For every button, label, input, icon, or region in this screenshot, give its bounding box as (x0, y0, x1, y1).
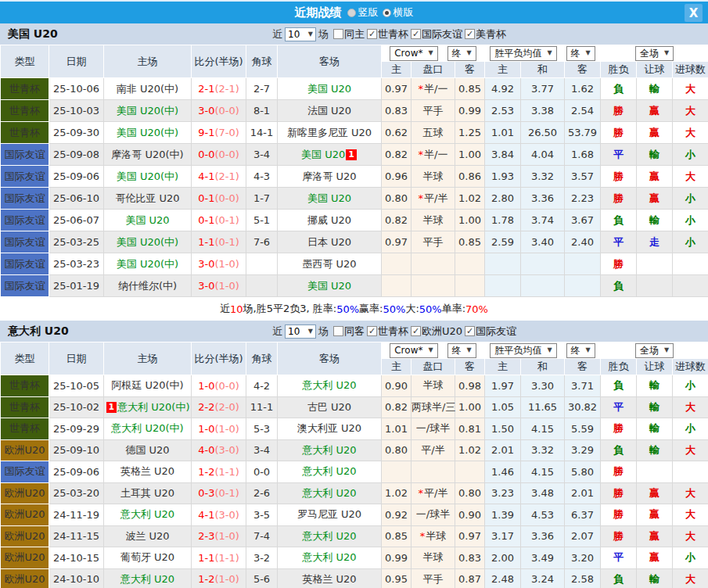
sub-column-header: 客 (455, 62, 485, 78)
corners-cell (246, 275, 278, 297)
halftime-score: (1-1) (214, 466, 239, 478)
handicap-cell: 平手 (412, 568, 455, 588)
match-type-badge: 国际友谊 (1, 144, 49, 166)
result-handicap: 輸 (637, 396, 673, 418)
checkbox-label: 世青杯 (378, 324, 408, 339)
avg-away-odds: 3.29 (565, 439, 601, 461)
result-wdl: 勝 (601, 122, 637, 144)
handicap-value: 平手 (423, 236, 444, 248)
result-wdl: 平 (601, 547, 637, 569)
filter-checkbox[interactable]: ✓世青杯 (367, 324, 408, 339)
fulltime-score: 1-0 (198, 423, 214, 435)
handicap-cell: 半球 (412, 375, 455, 397)
recent-count-select[interactable]: 10▼ (285, 27, 316, 41)
crow-home-odds: 0.90 (382, 375, 412, 397)
filter-checkbox[interactable]: ✓世青杯 (367, 27, 408, 41)
match-type-badge: 欧洲U20 (1, 525, 49, 547)
checkbox-icon: ✓ (367, 326, 377, 336)
summary-segment: 大: (405, 302, 419, 316)
sub-column-header: 进球数 (673, 359, 708, 375)
score-cell: 3-0(0-0) (192, 100, 246, 122)
match-date: 25-10-05 (49, 375, 104, 397)
home-team-name: 意大利 U20 (120, 508, 174, 520)
scope-select[interactable]: 全场▼ (635, 46, 674, 61)
result-goals: 小 (673, 375, 708, 397)
handicap-cell: 平手 (412, 100, 455, 122)
result-goals: 小 (673, 144, 708, 166)
layout-radio-vertical[interactable]: 竖版 (347, 5, 379, 20)
handicap-value: 平手 (423, 573, 444, 585)
away-team-name: 美国 U20 (307, 192, 351, 204)
odds-source-select[interactable]: Crow*▼ (390, 46, 437, 61)
dropdown-group: Crow*▼终▼ (382, 343, 484, 358)
score-cell: 4-0(3-0) (192, 439, 246, 461)
away-team-name: 意大利 U20 (302, 379, 356, 391)
away-team: 摩洛哥 U20 (278, 166, 382, 188)
odds-final-select[interactable]: 终▼ (447, 343, 476, 358)
handicap-cell (412, 253, 455, 275)
recent-count-select[interactable]: 10▼ (285, 324, 316, 339)
result-handicap: 輸 (637, 210, 673, 231)
scope-select[interactable]: 全场▼ (635, 343, 674, 358)
halftime-score: (3-0) (214, 444, 239, 456)
odds-final-select[interactable]: 终▼ (447, 46, 476, 61)
odds-source-select[interactable]: Crow*▼ (390, 343, 437, 358)
close-button[interactable]: X (685, 4, 703, 22)
red-badge: 1 (106, 402, 117, 413)
checkbox-label: 同主 (344, 27, 365, 41)
handicap-cell: 半球 (412, 166, 455, 188)
crow-away-odds: 0.81 (455, 418, 485, 440)
away-team: 意大利 U20 (278, 461, 382, 483)
match-type-badge: 国际友谊 (1, 275, 49, 297)
score-cell: 3-0(1-0) (192, 275, 246, 297)
filter-checkbox[interactable]: ✓美青杯 (465, 27, 506, 41)
home-team-name: 葡萄牙 U20 (120, 551, 174, 563)
avg-source-select[interactable]: 胜平负均值▼ (490, 46, 556, 61)
filter-checkbox[interactable]: ✓国际友谊 (411, 27, 462, 41)
match-date: 25-03-23 (49, 253, 104, 275)
result-wdl: 勝 (601, 100, 637, 122)
filter-controls: 近10▼场同客✓世青杯✓欧洲U20✓国际友谊 (270, 324, 516, 339)
avg-final-select[interactable]: 终▼ (566, 343, 595, 358)
column-header: 日期 (49, 342, 104, 375)
crow-away-odds (455, 461, 485, 483)
match-row: 世青杯25-10-03美国 U20(中)3-0(0-0)8-1法国 U200.8… (1, 100, 708, 122)
fulltime-score: 1-0 (198, 380, 214, 392)
away-team: 法国 U20 (278, 100, 382, 122)
fulltime-score: 0-0 (198, 149, 214, 160)
handicap-value: 半球 (423, 214, 444, 226)
crow-home-odds: 0.80 (382, 439, 412, 461)
filter-checkbox[interactable]: 同主 (333, 27, 365, 41)
sub-column-header: 让球 (637, 359, 673, 375)
away-team-name: 新喀里多尼亚 U20 (287, 127, 372, 138)
halftime-score: (1-0) (214, 573, 239, 585)
away-team: 意大利 U20 (278, 525, 382, 547)
match-date: 25-06-10 (49, 188, 104, 210)
home-team: 阿根廷 U20(中) (104, 375, 192, 397)
sub-column-header: 和 (521, 359, 565, 375)
crow-away-odds (455, 275, 485, 297)
avg-draw-odds: 3.36 (521, 188, 565, 210)
column-header: 角球 (246, 45, 278, 78)
result-handicap: 贏 (637, 100, 673, 122)
avg-home-odds (485, 253, 521, 275)
result-wdl: 勝 (601, 482, 637, 504)
filter-checkbox[interactable]: ✓国际友谊 (465, 324, 516, 339)
home-team: 葡萄牙 U20 (104, 547, 192, 569)
home-team-name: 英格兰 U20 (120, 465, 174, 477)
match-type-badge: 国际友谊 (1, 188, 49, 210)
chevron-down-icon: ▼ (664, 50, 669, 56)
away-team-name: 挪威 U20 (307, 214, 351, 226)
filter-checkbox[interactable]: 同客 (333, 324, 365, 339)
handicap-value: 平/半 (421, 444, 444, 456)
avg-source-select[interactable]: 胜平负均值▼ (490, 343, 556, 358)
crow-home-odds: 0.82 (382, 210, 412, 231)
layout-radio-horizontal[interactable]: 横版 (383, 5, 414, 20)
chevron-down-icon: ▼ (467, 347, 472, 353)
avg-final-select[interactable]: 终▼ (566, 46, 595, 61)
crow-home-odds (382, 275, 412, 297)
filter-checkbox[interactable]: ✓欧洲U20 (411, 324, 462, 339)
checkbox-icon: ✓ (465, 29, 475, 39)
avg-away-odds: 2.40 (565, 231, 601, 253)
handicap-cell (412, 275, 455, 297)
